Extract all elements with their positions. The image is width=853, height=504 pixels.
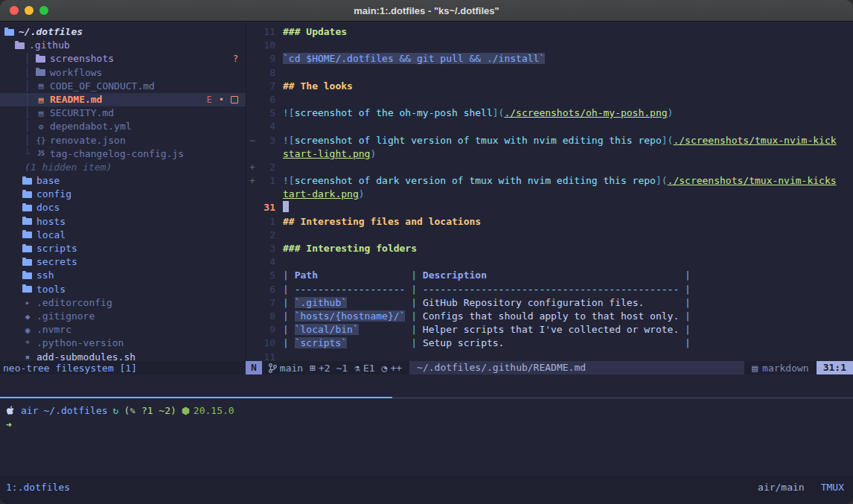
editor-line[interactable]: 7| `.github` | GitHub Repository configu… (246, 296, 853, 310)
editor-line[interactable]: +1![screenshot of dark version of tmux w… (246, 174, 853, 188)
line-number: 7 (259, 80, 275, 93)
node-segment: 20.15.0 (182, 405, 234, 416)
line-text: tart-dark.png) (283, 188, 365, 201)
tree-item-label: scripts (36, 242, 77, 255)
tree-item--github[interactable]: .github (0, 39, 246, 52)
minimize-button[interactable] (25, 6, 33, 15)
tree-item-dependabot-yml[interactable]: │⚙dependabot.yml (0, 120, 246, 133)
gutter-sign (246, 120, 259, 133)
tree-item-base[interactable]: base (0, 174, 246, 188)
line-number: 6 (259, 93, 275, 106)
git-diff-segment: ⊞ +2 ~1 (310, 363, 348, 374)
tree-item-label: hosts (36, 215, 66, 229)
gutter-sign (246, 147, 259, 161)
editor-line[interactable]: 7## The looks (246, 80, 853, 93)
tree-item-add-submodules-sh[interactable]: ▪add-submodules.sh (0, 351, 246, 364)
git-fetch-icon: ↻ (113, 405, 119, 416)
line-number: 8 (259, 66, 275, 80)
gutter-sign (246, 66, 259, 80)
tree-item-renovate-json[interactable]: │{}renovate.json (0, 134, 246, 147)
editor-line[interactable]: 31 (246, 201, 853, 214)
tree-item-local[interactable]: local (0, 229, 246, 242)
close-button[interactable] (10, 6, 19, 15)
gutter-sign (246, 283, 259, 296)
editor-line[interactable]: tart-dark.png) (246, 188, 853, 201)
git-branch-icon (269, 363, 277, 373)
tree-item-tag-changelog-config-js[interactable]: └JStag-changelog-config.js (0, 147, 246, 161)
folder-icon (22, 232, 32, 238)
editor-line[interactable]: 10| `scripts` | Setup scripts. | (246, 336, 853, 350)
gutter-sign (246, 310, 259, 323)
shell-pane[interactable]: air ~/.dotfiles ↻ (✎ ?1 ~2) 20.15.0 ➜ (0, 398, 853, 476)
file-path: ~/.dotfiles/.github/README.md (409, 361, 744, 374)
tree-item-workflows[interactable]: │workflows (0, 66, 246, 80)
tree-item-config[interactable]: config (0, 188, 246, 201)
markdown-icon: ▤ (36, 109, 46, 118)
zoom-button[interactable] (39, 6, 48, 15)
editor-line[interactable]: 2 (246, 229, 853, 242)
editor-line[interactable]: 10 (246, 39, 853, 52)
folder-open-icon (4, 29, 14, 36)
tree-item--editorconfig[interactable]: ▸.editorconfig (0, 296, 246, 310)
clock-icon: ◔ (382, 363, 388, 374)
indent-guide: │ (25, 106, 31, 120)
tree-item-docs[interactable]: docs (0, 201, 246, 214)
line-text: | `scripts` | Setup scripts. | (283, 336, 691, 350)
editor-buffer[interactable]: 11### Updates109`cd $HOME/.dotfiles && g… (246, 22, 853, 361)
editor-line[interactable]: 3### Interesting folders (246, 242, 853, 255)
tree-item-screenshots[interactable]: │screenshots? (0, 52, 246, 66)
editor-line[interactable]: 4 (246, 255, 853, 269)
editor-line[interactable]: 8| `hosts/{hostname}/` | Configs that sh… (246, 310, 853, 323)
editor-line[interactable]: 8 (246, 66, 853, 80)
tree-item-ssh[interactable]: ssh (0, 269, 246, 282)
line-text: ### Interesting folders (283, 242, 417, 255)
tree-item-label: .gitignore (36, 310, 95, 323)
tree-item-hosts[interactable]: hosts (0, 215, 246, 229)
tree-item--nvmrc[interactable]: ◉.nvmrc (0, 323, 246, 336)
line-number: 11 (259, 351, 275, 362)
editor-line[interactable]: ~3![screenshot of light version of tmux … (246, 134, 853, 147)
gutter-sign (246, 269, 259, 282)
editor-line[interactable]: 1## Interesting files and locations (246, 215, 853, 229)
tree-item-secrets[interactable]: secrets (0, 255, 246, 269)
editor-line[interactable]: 6 (246, 93, 853, 106)
tree-item-readme-md[interactable]: │▤README.mdE• (0, 93, 246, 106)
editor-line[interactable]: 11### Updates (246, 25, 853, 39)
tree-item--dotfiles[interactable]: ~/.dotfiles (0, 25, 246, 39)
prompt-user: air (21, 405, 38, 416)
editor-line[interactable]: +2 (246, 161, 853, 174)
tree-item-security-md[interactable]: │▤SECURITY.md (0, 106, 246, 120)
editor-line[interactable]: 4 (246, 120, 853, 133)
editor-line[interactable]: 5| Path | Description | (246, 269, 853, 282)
editor-line[interactable]: 9| `local/bin` | Helper scripts that I'v… (246, 323, 853, 336)
tmux-session-label: air/main (758, 482, 805, 493)
tmux-window-label[interactable]: 1:.dotfiles (6, 482, 70, 493)
tree-item-code-of-conduct-md[interactable]: │▤CODE_OF_CONDUCT.md (0, 80, 246, 93)
gutter-sign (246, 242, 259, 255)
line-number: 11 (259, 25, 275, 39)
markdown-icon: ▤ (752, 363, 758, 374)
editor-line[interactable]: 9`cd $HOME/.dotfiles && git pull && ./in… (246, 52, 853, 66)
editor-line[interactable]: 11 (246, 351, 853, 362)
tree-item-label: ~/.dotfiles (19, 25, 83, 39)
line-text: ## The looks (283, 80, 353, 93)
tree-item-label: screenshots (50, 52, 114, 66)
status-badge: ? (233, 54, 238, 64)
tree-item-label: SECURITY.md (50, 106, 114, 120)
tree-item--gitignore[interactable]: ◆.gitignore (0, 310, 246, 323)
editor-line[interactable]: start-light.png) (246, 147, 853, 161)
pending-label: ++ (390, 363, 402, 374)
git-branch-label: main (280, 363, 303, 374)
tree-item-label: .nvmrc (36, 323, 71, 336)
tree-item--1-hidden-item-[interactable]: (1 hidden item) (0, 161, 246, 174)
editor-line[interactable]: 6| ------------------- | ---------------… (246, 283, 853, 296)
tree-item-tools[interactable]: tools (0, 283, 246, 296)
tree-item--python-version[interactable]: *.python-version (0, 336, 246, 350)
editor-line[interactable]: 5![screenshot of the oh-my-posh shell](.… (246, 106, 853, 120)
gear-icon: ⚙ (36, 123, 46, 131)
gutter-sign: ~ (246, 134, 259, 147)
markdown-icon: ▤ (36, 82, 46, 90)
prompt-arrow: ➜ (6, 418, 12, 432)
folder-icon (22, 286, 32, 293)
tree-item-scripts[interactable]: scripts (0, 242, 246, 255)
